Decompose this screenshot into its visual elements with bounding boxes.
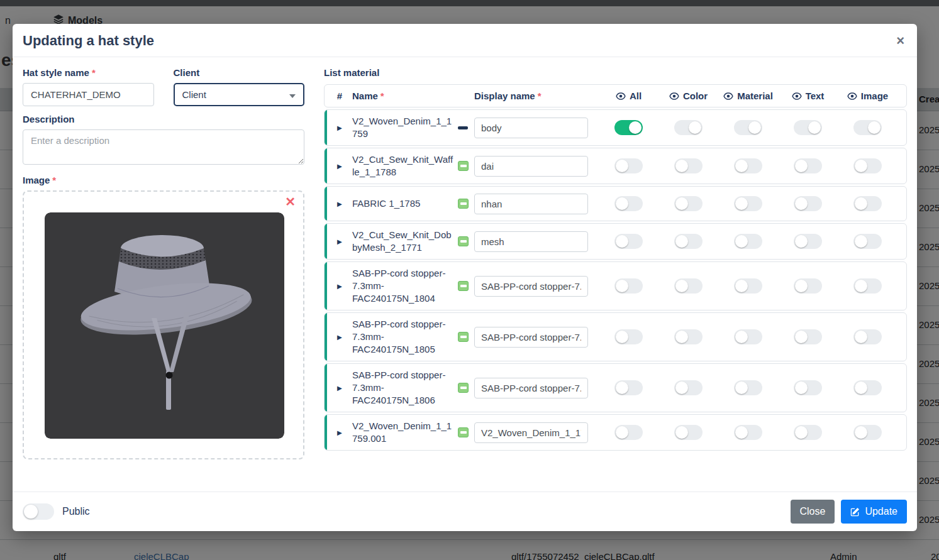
toggle-knob — [795, 280, 808, 292]
expand-arrow-icon[interactable]: ► — [327, 383, 352, 393]
toggle-knob — [735, 280, 748, 292]
display-name-input[interactable] — [474, 231, 588, 252]
toggle-color[interactable] — [674, 278, 703, 294]
toggle-knob — [795, 160, 808, 172]
toggle-image[interactable] — [853, 196, 882, 211]
toggle-image[interactable] — [853, 425, 882, 440]
toggle-text[interactable] — [794, 329, 822, 344]
remove-image-icon[interactable]: ✕ — [285, 194, 296, 209]
expand-arrow-icon[interactable]: ► — [327, 199, 352, 209]
toggle-column-label: Color — [683, 91, 708, 101]
toggle-material[interactable] — [734, 278, 762, 294]
toggle-all[interactable] — [614, 234, 643, 249]
modal-header: Updating a hat style × — [13, 24, 917, 57]
expand-arrow-icon[interactable]: ► — [327, 428, 352, 437]
expand-arrow-icon[interactable]: ► — [327, 282, 352, 291]
expand-arrow-icon[interactable]: ► — [327, 332, 352, 342]
close-icon[interactable]: × — [896, 34, 904, 48]
toggle-all[interactable] — [614, 329, 643, 344]
public-toggle[interactable] — [23, 503, 54, 520]
toggle-text[interactable] — [794, 425, 822, 440]
toggle-all[interactable] — [614, 425, 643, 440]
display-name-input[interactable] — [474, 422, 588, 443]
display-name-input[interactable] — [474, 156, 588, 177]
toggle-material[interactable] — [734, 234, 762, 249]
display-name-input[interactable] — [474, 118, 588, 138]
toggle-all[interactable] — [614, 158, 643, 173]
toggle-knob — [616, 160, 628, 172]
toggle-cell-text — [778, 425, 838, 440]
modal-title: Updating a hat style — [23, 33, 154, 49]
update-button[interactable]: Update — [841, 500, 907, 524]
toggle-color[interactable] — [674, 425, 703, 440]
toggle-color[interactable] — [674, 196, 703, 211]
toggle-image[interactable] — [853, 234, 882, 249]
dash-glyph — [460, 431, 467, 434]
material-name: SAB-PP-cord stopper-7.3mm-FAC240175N_180… — [352, 369, 458, 407]
checkbox-checked-icon[interactable] — [458, 383, 474, 393]
client-select[interactable]: Client — [174, 83, 305, 106]
toggle-all[interactable] — [614, 196, 643, 211]
toggle-text[interactable] — [794, 380, 822, 395]
toggle-text[interactable] — [794, 234, 822, 249]
indeterminate-icon[interactable] — [458, 126, 474, 129]
hat-style-name-field: Hat style name* — [23, 67, 154, 106]
display-name-input[interactable] — [474, 327, 588, 348]
toggle-color[interactable] — [674, 234, 703, 249]
toggle-cell-all — [599, 158, 658, 173]
checkbox-checked-icon[interactable] — [458, 236, 474, 246]
toggle-image[interactable] — [853, 158, 882, 173]
image-label: Image* — [23, 175, 304, 185]
close-button[interactable]: Close — [791, 500, 835, 524]
expand-arrow-icon[interactable]: ► — [327, 162, 352, 171]
toggle-color[interactable] — [674, 158, 703, 173]
checkbox-checked-icon[interactable] — [458, 332, 474, 342]
display-name-input[interactable] — [474, 276, 588, 297]
toggle-material[interactable] — [734, 196, 762, 211]
toggle-image[interactable] — [853, 120, 882, 135]
toggle-knob — [735, 197, 748, 210]
toggle-text[interactable] — [794, 120, 822, 135]
toggle-material[interactable] — [734, 329, 762, 344]
expand-arrow-icon[interactable]: ► — [327, 123, 352, 133]
toggle-material[interactable] — [734, 425, 762, 440]
green-checkbox — [458, 281, 469, 291]
toggle-knob — [795, 426, 808, 439]
toggle-all[interactable] — [614, 278, 643, 294]
toggle-text[interactable] — [794, 196, 822, 211]
required-asterisk: * — [538, 91, 542, 101]
checkbox-checked-icon[interactable] — [458, 281, 474, 291]
client-field: Client Client — [174, 67, 305, 106]
toggle-material[interactable] — [734, 120, 762, 135]
toggle-image[interactable] — [853, 278, 882, 294]
material-name: V2_Woven_Denim_1_1759 — [352, 115, 458, 140]
description-textarea[interactable] — [23, 129, 304, 165]
toggle-text[interactable] — [794, 158, 822, 173]
footer-buttons: Close Update — [791, 500, 908, 524]
hat-style-name-input[interactable] — [23, 83, 154, 106]
checkbox-checked-icon[interactable] — [458, 161, 474, 171]
checkbox-checked-icon[interactable] — [458, 199, 474, 209]
display-name-input[interactable] — [474, 378, 588, 398]
toggle-text[interactable] — [794, 278, 822, 294]
toggle-color[interactable] — [674, 380, 703, 395]
toggle-image[interactable] — [853, 380, 882, 395]
display-name-input[interactable] — [474, 194, 588, 214]
material-name: SAB-PP-cord stopper-7.3mm-FAC240175N_180… — [352, 318, 458, 356]
toggle-image[interactable] — [853, 329, 882, 344]
toggle-material[interactable] — [734, 380, 762, 395]
toggle-material[interactable] — [734, 158, 762, 173]
toggle-column-label: All — [630, 91, 642, 101]
toggle-knob — [808, 121, 821, 134]
toggle-knob — [616, 197, 628, 210]
expand-arrow-icon[interactable]: ► — [327, 237, 352, 246]
toggle-color[interactable] — [674, 329, 703, 344]
checkbox-checked-icon[interactable] — [458, 427, 474, 437]
material-name: V2_Cut_Sew_Knit_Waffle_1_1788 — [352, 153, 458, 178]
toggle-color[interactable] — [674, 120, 703, 135]
toggle-cell-color — [658, 278, 718, 294]
toggle-knob — [616, 382, 628, 394]
toggle-knob — [855, 382, 867, 394]
toggle-all[interactable] — [614, 120, 643, 135]
toggle-all[interactable] — [614, 380, 643, 395]
